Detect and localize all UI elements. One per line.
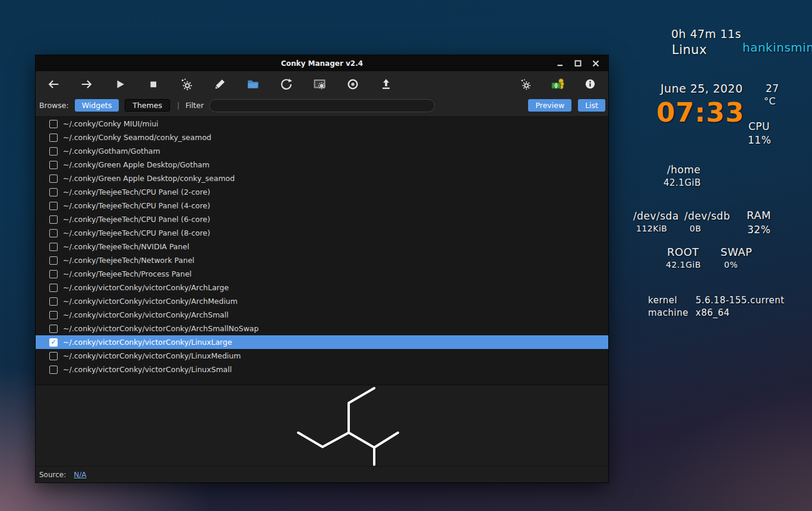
start-widget-button[interactable]	[109, 74, 131, 95]
config-list[interactable]: ~/.conky/Conky MIUI/miui ~/.conky/Conky …	[36, 116, 608, 385]
source-link[interactable]: N/A	[74, 471, 86, 479]
checkbox[interactable]	[49, 188, 58, 196]
list-item[interactable]: ~/.conky/victorConky/victorConky/ArchLar…	[36, 281, 608, 294]
swap-label: SWAP	[721, 246, 752, 258]
refresh-icon	[280, 78, 293, 91]
list-item[interactable]: ~/.conky/Gotham/Gotham	[36, 144, 608, 158]
checkbox[interactable]	[49, 229, 58, 237]
maximize-button[interactable]	[569, 55, 587, 71]
checkbox[interactable]	[49, 325, 58, 333]
checkbox[interactable]	[49, 134, 58, 142]
checkbox[interactable]	[49, 297, 58, 306]
minimize-icon	[554, 58, 566, 69]
checkbox[interactable]	[49, 215, 58, 224]
minimize-button[interactable]	[551, 55, 569, 71]
config-path: ~/.conky/victorConky/victorConky/LinuxSm…	[63, 365, 232, 374]
list-item[interactable]: ~/.conky/TeejeeTech/Network Panel	[36, 253, 608, 267]
checkbox[interactable]	[49, 256, 58, 265]
list-item[interactable]: ✓ ~/.conky/victorConky/victorConky/Linux…	[36, 335, 608, 349]
settings-button[interactable]	[515, 74, 536, 95]
config-path: ~/.conky/Conky MIUI/miui	[63, 119, 159, 128]
list-item[interactable]: ~/.conky/Green Apple Desktop/Gotham	[36, 158, 608, 172]
sda-value: 112KiB	[636, 224, 667, 233]
config-path: ~/.conky/Conky Seamod/conky_seamod	[63, 133, 211, 142]
checkbox[interactable]	[49, 270, 58, 278]
generate-preview-button[interactable]	[375, 74, 397, 95]
list-item[interactable]: ~/.conky/TeejeeTech/Process Panel	[36, 267, 608, 281]
checkbox[interactable]	[49, 366, 58, 374]
checkbox[interactable]	[49, 161, 58, 169]
run-config-button[interactable]	[176, 74, 197, 95]
config-path: ~/.conky/victorConky/victorConky/ArchMed…	[63, 297, 238, 306]
run-gear-icon	[180, 78, 193, 91]
checkbox[interactable]	[49, 243, 58, 251]
list-item[interactable]: ~/.conky/TeejeeTech/CPU Panel (2-core)	[36, 185, 608, 199]
list-item[interactable]: ~/.conky/Conky Seamod/conky_seamod	[36, 131, 608, 144]
root-label: ROOT	[667, 246, 699, 258]
checkbox[interactable]	[49, 120, 58, 128]
sdb-label: /dev/sdb	[684, 210, 730, 222]
edit-pencil-icon	[213, 78, 226, 91]
record-button[interactable]	[342, 74, 364, 95]
upload-icon	[380, 78, 393, 91]
filter-input[interactable]	[209, 99, 435, 112]
home-value: 42.1GiB	[663, 177, 701, 188]
config-path: ~/.conky/victorConky/victorConky/LinuxLa…	[63, 338, 232, 347]
config-path: ~/.conky/TeejeeTech/CPU Panel (4-core)	[63, 201, 210, 210]
forward-button[interactable]	[76, 74, 97, 95]
open-folder-button[interactable]	[242, 74, 264, 95]
list-mode-button[interactable]: List	[578, 99, 605, 112]
config-path: ~/.conky/TeejeeTech/CPU Panel (6-core)	[63, 215, 210, 224]
theme-preview-image	[36, 385, 608, 466]
back-icon	[47, 78, 60, 91]
list-item[interactable]: ~/.conky/TeejeeTech/CPU Panel (8-core)	[36, 226, 608, 240]
config-path: ~/.conky/TeejeeTech/CPU Panel (2-core)	[63, 188, 210, 196]
config-path: ~/.conky/victorConky/victorConky/LinuxMe…	[63, 351, 241, 360]
checkbox[interactable]	[49, 202, 58, 210]
window-controls	[551, 55, 605, 71]
status-bar: Source: N/A	[36, 466, 608, 483]
list-item[interactable]: ~/.conky/victorConky/victorConky/LinuxMe…	[36, 349, 608, 363]
desktop-settings-button[interactable]	[309, 74, 330, 95]
donate-button[interactable]	[547, 74, 568, 95]
list-item[interactable]: ~/.conky/victorConky/victorConky/ArchMed…	[36, 294, 608, 308]
checkbox[interactable]: ✓	[49, 338, 58, 347]
swap-value: 0%	[724, 260, 738, 269]
os-name: Linux	[672, 43, 707, 57]
config-path: ~/.conky/Gotham/Gotham	[63, 147, 160, 155]
checkbox[interactable]	[49, 147, 58, 155]
refresh-button[interactable]	[276, 74, 297, 95]
clock-time: 07:33	[656, 97, 744, 128]
edit-config-button[interactable]	[209, 74, 230, 95]
ram-label: RAM	[747, 209, 771, 221]
checkbox[interactable]	[49, 311, 58, 319]
checkbox[interactable]	[49, 174, 58, 183]
widgets-toggle-button[interactable]: Widgets	[75, 99, 119, 112]
toolbar-right-group	[504, 74, 601, 95]
list-item[interactable]: ~/.conky/TeejeeTech/NVIDIA Panel	[36, 240, 608, 253]
browse-label: Browse:	[39, 101, 69, 110]
checkbox[interactable]	[49, 284, 58, 292]
forward-icon	[80, 78, 93, 91]
titlebar[interactable]: Conky Manager v2.4	[36, 55, 608, 71]
about-button[interactable]	[579, 74, 601, 95]
stop-widget-button[interactable]	[143, 74, 164, 95]
list-item[interactable]: ~/.conky/Green Apple Desktop/conky_seamo…	[36, 172, 608, 185]
config-path: ~/.conky/TeejeeTech/Process Panel	[63, 269, 192, 278]
list-item[interactable]: ~/.conky/victorConky/victorConky/LinuxSm…	[36, 363, 608, 376]
cpu-label: CPU	[748, 120, 770, 132]
root-value: 42.1GiB	[666, 260, 701, 269]
config-path: ~/.conky/Green Apple Desktop/conky_seamo…	[63, 174, 235, 183]
list-item[interactable]: ~/.conky/TeejeeTech/CPU Panel (4-core)	[36, 199, 608, 212]
themes-toggle-button[interactable]: Themes	[125, 99, 170, 112]
list-item[interactable]: ~/.conky/TeejeeTech/CPU Panel (6-core)	[36, 212, 608, 226]
checkbox[interactable]	[49, 352, 58, 360]
back-button[interactable]	[43, 74, 64, 95]
list-item[interactable]: ~/.conky/Conky MIUI/miui	[36, 117, 608, 131]
preview-mode-button[interactable]: Preview	[528, 99, 571, 112]
list-item[interactable]: ~/.conky/victorConky/victorConky/ArchSma…	[36, 308, 608, 322]
list-item[interactable]: ~/.conky/victorConky/victorConky/ArchSma…	[36, 322, 608, 335]
machine-label: machine	[648, 307, 688, 318]
close-button[interactable]	[587, 55, 605, 71]
window-title: Conky Manager v2.4	[281, 59, 363, 68]
